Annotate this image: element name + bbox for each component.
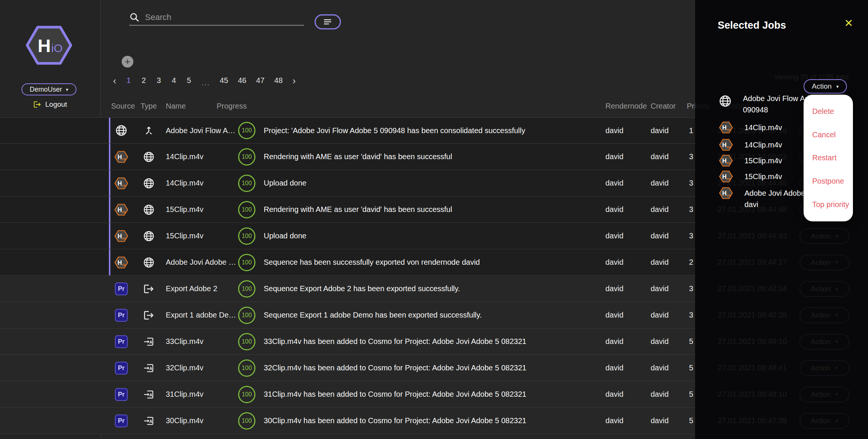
hexagon-hco-icon [718, 121, 734, 134]
page-button-47[interactable]: 47 [256, 76, 264, 85]
selected-job-name: 15Clip.m4v [744, 171, 782, 182]
selected-job-name: 14Clip.m4v [744, 122, 782, 133]
type-export-icon [140, 276, 158, 302]
filter-button[interactable] [315, 14, 341, 29]
chevron-down-icon: ▾ [836, 84, 839, 89]
column-header-name: Name [166, 102, 186, 111]
page-button-46[interactable]: 46 [238, 76, 246, 85]
job-name: 15Clip.m4v [166, 196, 235, 223]
chevron-down-icon: ▾ [66, 87, 69, 92]
hexagon-hco-icon [718, 170, 734, 183]
pagination-ellipsis: ... [202, 78, 210, 87]
job-priority: 3 [671, 223, 693, 249]
job-description: 31Clip.m4v has been added to Cosmo for P… [264, 381, 595, 407]
menu-item-delete[interactable]: Delete [804, 107, 853, 116]
job-priority: 5 [671, 381, 693, 407]
job-rendernode: david [605, 196, 647, 223]
selected-job-item[interactable]: 15Clip.m4v [718, 170, 782, 183]
job-name: 14Clip.m4v [166, 144, 235, 170]
job-priority: 3 [671, 276, 693, 302]
source-globe-icon [112, 118, 130, 143]
job-name: 14Clip.m4v [166, 170, 235, 196]
source-premiere-icon: Pr [112, 328, 130, 355]
job-name: Export 1 adobe De… [166, 302, 235, 328]
job-rendernode: david [605, 170, 647, 196]
source-premiere-icon: Pr [112, 381, 130, 407]
panel-action-button[interactable]: Action▾ [804, 79, 847, 94]
add-button[interactable]: + [122, 56, 133, 68]
source-premiere-icon: Pr [112, 302, 130, 328]
source-hexagon-hco-icon [112, 196, 130, 223]
column-header-creator: Creator [651, 102, 676, 111]
source-premiere-icon: Pr [112, 276, 130, 302]
type-globe-icon [140, 196, 158, 223]
job-name: 30Clip.m4v [166, 408, 235, 434]
job-priority: 3 [671, 302, 693, 328]
page-button-45[interactable]: 45 [220, 76, 228, 85]
job-rendernode: david [605, 276, 647, 302]
user-name: DemoUser [30, 86, 62, 94]
svg-text:H: H [38, 36, 51, 56]
source-hexagon-hco-icon [112, 170, 130, 196]
job-rendernode: david [605, 328, 647, 355]
search-input[interactable] [145, 12, 288, 22]
job-priority: 3 [671, 196, 693, 223]
type-merge-icon [140, 118, 158, 143]
job-rendernode: david [605, 355, 647, 381]
column-header-rendernode: Rendernode [605, 102, 647, 111]
menu-item-top-priority[interactable]: Top priority [804, 200, 853, 209]
progress-badge: 100 [238, 227, 255, 245]
selected-job-name: 14Clip.m4v [744, 139, 782, 150]
job-priority: 2 [671, 249, 693, 275]
page-button-48[interactable]: 48 [274, 76, 283, 85]
job-name: 15Clip.m4v [166, 223, 235, 249]
progress-badge: 100 [238, 280, 255, 298]
menu-item-postpone[interactable]: Postpone [804, 177, 853, 186]
selected-job-item[interactable]: Adobe Jovi Adobe davi [718, 186, 805, 210]
close-icon[interactable]: ✕ [844, 18, 853, 29]
page-button-3[interactable]: 3 [156, 76, 162, 85]
job-name: 31Clip.m4v [166, 381, 235, 407]
progress-badge: 100 [238, 148, 255, 166]
progress-badge: 100 [238, 359, 255, 377]
type-export-icon [140, 302, 158, 328]
job-priority: 1 [671, 118, 693, 143]
job-rendernode: david [605, 223, 647, 249]
search-box [129, 10, 304, 26]
job-priority: 5 [671, 355, 693, 381]
hexagon-hco-icon [718, 154, 734, 167]
source-hexagon-hco-icon [112, 249, 130, 275]
action-dropdown-menu: Delete Cancel Restart Postpone Top prior… [804, 95, 853, 221]
job-description: Rendering with AME as user 'david' has b… [264, 196, 595, 223]
filter-lines-icon [323, 18, 332, 25]
type-import-icon [140, 408, 158, 434]
next-page-chevron[interactable]: › [292, 77, 296, 84]
user-menu-button[interactable]: DemoUser ▾ [21, 83, 76, 95]
job-priority: 5 [671, 328, 693, 355]
page-button-5[interactable]: 5 [186, 76, 192, 85]
source-hexagon-hco-icon [112, 223, 130, 249]
selected-job-item[interactable]: 14Clip.m4v [718, 138, 782, 152]
column-header-type: Type [141, 102, 157, 111]
job-description: Sequence has been successfully exported … [264, 249, 595, 275]
prev-page-chevron[interactable]: ‹ [113, 77, 116, 84]
job-rendernode: david [605, 249, 647, 275]
page-button-1[interactable]: 1 [126, 76, 131, 85]
menu-item-cancel[interactable]: Cancel [804, 130, 853, 139]
job-description: Project: 'Adobe Jovi Flow Adobe 5 090948… [264, 118, 595, 143]
svg-text:iO: iO [51, 42, 63, 54]
selected-job-item[interactable]: 15Clip.m4v [718, 154, 782, 167]
job-description: Upload done [264, 223, 595, 249]
type-globe-icon [140, 170, 158, 196]
page-button-4[interactable]: 4 [171, 76, 177, 85]
selected-job-item[interactable]: 14Clip.m4v [718, 121, 782, 134]
job-name: 32Clip.m4v [166, 355, 235, 381]
page-button-2[interactable]: 2 [141, 76, 147, 85]
job-description: 32Clip.m4v has been added to Cosmo for P… [264, 355, 595, 381]
selected-job-name: 15Clip.m4v [744, 155, 782, 166]
job-rendernode: david [605, 144, 647, 170]
menu-item-restart[interactable]: Restart [804, 153, 853, 162]
selected-jobs-panel: Selected Jobs ✕ Action▾ Adobe Jovi Flow … [695, 0, 868, 439]
job-priority: 3 [671, 144, 693, 170]
job-description: Upload done [264, 170, 595, 196]
